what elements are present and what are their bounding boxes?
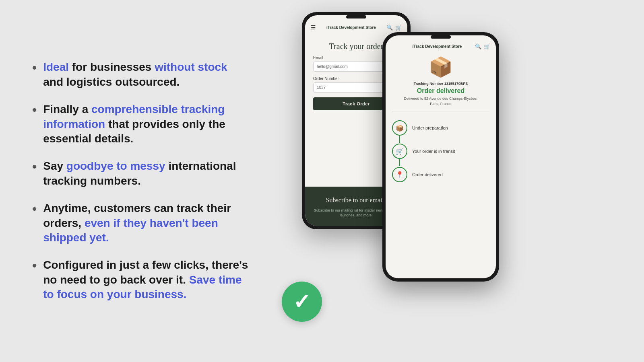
cart-icon-2[interactable]: 🛒 bbox=[484, 43, 490, 49]
preparation-label: Under preparation bbox=[412, 125, 448, 130]
transit-label: Your order is in transit bbox=[412, 149, 455, 154]
hamburger-icon[interactable]: ☰ bbox=[311, 24, 316, 31]
tracking-number: Tracking Number 13155170BPS bbox=[392, 82, 489, 86]
preparation-icon: 📦 bbox=[396, 124, 404, 132]
timeline-icon-transit: 🛒 bbox=[392, 144, 407, 159]
cart-icon[interactable]: 🛒 bbox=[395, 25, 402, 31]
highlight-tracking: comprehensible trackinginformation bbox=[43, 103, 225, 130]
bullet-item-5: • Configured in just a few clicks, there… bbox=[32, 258, 258, 302]
timeline-item-transit: 🛒 Your order is in transit bbox=[392, 140, 489, 163]
order-delivered-section: 📦 Tracking Number 13155170BPS Order deli… bbox=[386, 51, 496, 111]
phones-panel: ☰ iTrack Development Store 🔍 🛒 Track you… bbox=[290, 0, 644, 362]
order-delivered-status: Order delivered bbox=[392, 87, 489, 95]
highlight-save-time: Save timeto focus on your business. bbox=[43, 274, 242, 300]
timeline-icon-preparation: 📦 bbox=[392, 120, 407, 136]
delivery-address: Delivered to 52 Avenue des Champs-Élysée… bbox=[392, 96, 489, 106]
bullet-item-1: • Ideal for businesses without stockand … bbox=[32, 60, 258, 89]
checkmark-badge: ✓ bbox=[282, 282, 322, 322]
bullet-item-3: • Say goodbye to messy internationaltrac… bbox=[32, 159, 258, 188]
phone-2-notch bbox=[431, 35, 451, 39]
bullet-item-2: • Finally a comprehensible trackinginfor… bbox=[32, 102, 258, 146]
delivered-icon: 📍 bbox=[396, 171, 404, 179]
highlight-shipped: even if they haven't beenshipped yet. bbox=[43, 217, 218, 244]
phone-2-header-icons: 🔍 🛒 bbox=[475, 43, 490, 49]
bullet-dot-4: • bbox=[32, 201, 37, 216]
phone-2-screen: iTrack Development Store 🔍 🛒 📦 Tracking … bbox=[386, 35, 496, 278]
timeline-icon-delivered: 📍 bbox=[392, 167, 407, 182]
phone-1-header-icons: 🔍 🛒 bbox=[386, 25, 402, 31]
bullet-dot-5: • bbox=[32, 258, 37, 273]
delivered-label: Order delivered bbox=[412, 172, 443, 177]
bullet-text-2: Finally a comprehensible trackinginforma… bbox=[43, 102, 225, 146]
phone-2-brand: iTrack Development Store bbox=[399, 44, 475, 49]
order-timeline: 📦 Under preparation 🛒 Your order is in t… bbox=[386, 111, 496, 191]
search-icon[interactable]: 🔍 bbox=[386, 25, 393, 31]
phone-2-device: iTrack Development Store 🔍 🛒 📦 Tracking … bbox=[382, 32, 499, 282]
checkmark-icon: ✓ bbox=[293, 291, 311, 312]
phone-2-header: iTrack Development Store 🔍 🛒 bbox=[386, 40, 496, 51]
bullet-text-3: Say goodbye to messy internationaltracki… bbox=[43, 159, 236, 188]
highlight-ideal: Ideal bbox=[43, 61, 69, 73]
features-panel: • Ideal for businesses without stockand … bbox=[0, 36, 290, 326]
highlight-goodbye: goodbye to messy bbox=[66, 160, 165, 172]
bullet-dot-2: • bbox=[32, 102, 37, 117]
search-icon-2[interactable]: 🔍 bbox=[475, 43, 481, 49]
transit-icon: 🛒 bbox=[396, 148, 404, 155]
timeline-item-preparation: 📦 Under preparation bbox=[392, 116, 489, 140]
bullet-text-1: Ideal for businesses without stockand lo… bbox=[43, 60, 227, 89]
phone-1-header: ☰ iTrack Development Store 🔍 🛒 bbox=[305, 20, 407, 33]
bullet-dot-1: • bbox=[32, 60, 37, 75]
highlight-without-stock: without stock bbox=[155, 61, 227, 73]
bullet-text-5: Configured in just a few clicks, there's… bbox=[43, 258, 248, 302]
bullet-text-4: Anytime, customers can track theirorders… bbox=[43, 201, 231, 245]
phone-1-brand: iTrack Development Store bbox=[316, 25, 386, 30]
bullet-dot-3: • bbox=[32, 159, 37, 174]
bullet-item-4: • Anytime, customers can track theirorde… bbox=[32, 201, 258, 245]
package-icon: 📦 bbox=[392, 56, 489, 78]
timeline-item-delivered: 📍 Order delivered bbox=[392, 163, 489, 186]
phone-1-notch bbox=[346, 15, 366, 19]
